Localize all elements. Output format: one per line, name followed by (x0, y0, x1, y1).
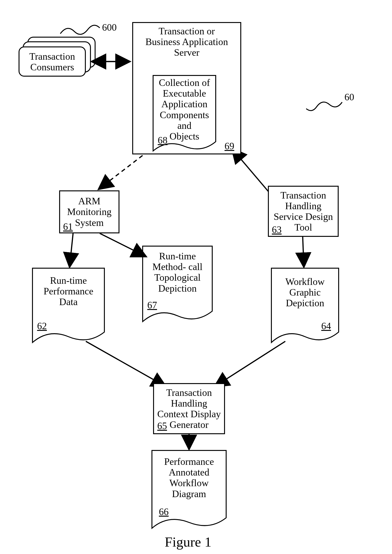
label-consumers: Transaction Consumers (20, 51, 85, 72)
label-workflow: Workflow Graphic Depiction (271, 276, 339, 309)
label-collection: Collection of Executable Application Com… (153, 77, 216, 142)
node-consumers: Transaction Consumers (19, 46, 86, 77)
label-topology: Run-time Method- call Topological Depict… (143, 251, 212, 294)
svg-line-8 (303, 237, 304, 267)
ref-61: 61 (63, 221, 73, 232)
ref-64: 64 (321, 320, 331, 331)
label-perfdata: Run-time Performance Data (33, 275, 104, 307)
ref-67: 67 (147, 300, 157, 311)
svg-line-6 (70, 233, 73, 267)
svg-line-5 (232, 149, 271, 195)
ref-600: 600 (102, 22, 117, 33)
ref-63: 63 (272, 224, 282, 235)
svg-line-4 (98, 151, 148, 189)
svg-line-9 (86, 341, 166, 387)
ref-62: 62 (37, 320, 47, 331)
ref-60: 60 (344, 92, 354, 102)
ref-69: 69 (224, 140, 234, 152)
ref-66: 66 (159, 506, 169, 517)
label-server: Transaction or Business Application Serv… (133, 23, 240, 58)
svg-line-10 (215, 341, 285, 387)
ref-68: 68 (158, 135, 168, 146)
label-annotated: Performance Annotated Workflow Diagram (152, 456, 226, 499)
svg-line-7 (100, 233, 146, 257)
figure-label: Figure 1 (165, 534, 211, 550)
ref-65: 65 (157, 420, 167, 432)
